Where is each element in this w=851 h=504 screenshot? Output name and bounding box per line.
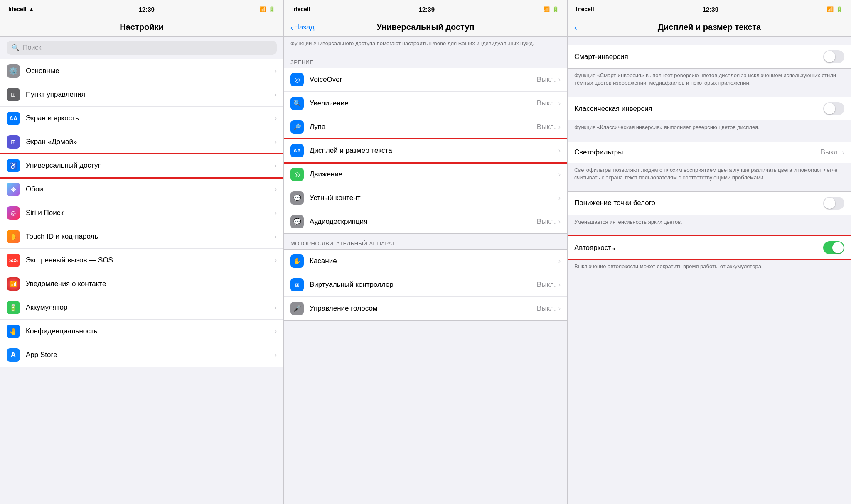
settings-item-audiodesc[interactable]: 💬 Аудиодескрипция Выкл. › xyxy=(284,210,567,233)
toggle-reduce-white[interactable] xyxy=(823,197,844,210)
toggle-classic-invert[interactable] xyxy=(823,102,844,115)
value-voice: Выкл. xyxy=(537,304,556,313)
settings-item-color-filters[interactable]: Светофильтры Выкл. › xyxy=(568,142,851,163)
wifi-icon-1: 📶 xyxy=(259,6,266,12)
settings-group-main: ⚙️ Основные › ⊞ Пункт управления › AA Эк… xyxy=(0,59,283,367)
label-audiodesc: Аудиодескрипция xyxy=(310,218,537,226)
settings-item-accessibility[interactable]: ♿ Универсальный доступ › xyxy=(0,154,283,178)
settings-item-contact[interactable]: 📶 Уведомления о контакте xyxy=(0,272,283,296)
label-smart-invert: Смарт-инверсия xyxy=(574,53,823,61)
label-basic: Основные xyxy=(26,67,275,75)
icon-battery: 🔋 xyxy=(7,301,20,314)
settings-item-switch[interactable]: ⊞ Виртуальный контроллер Выкл. › xyxy=(284,273,567,297)
toggle-knob-smart xyxy=(824,51,835,62)
search-bar[interactable]: 🔍 Поиск xyxy=(7,41,277,55)
icon-contact: 📶 xyxy=(7,277,20,291)
label-voiceover: VoiceOver xyxy=(310,76,537,84)
time-2: 12:39 xyxy=(419,6,435,13)
chevron-siri: › xyxy=(275,209,277,217)
back-button-3[interactable]: ‹ xyxy=(574,23,577,32)
icon-sos: SOS xyxy=(7,254,20,267)
value-lupa: Выкл. xyxy=(537,123,556,131)
settings-item-classic-invert[interactable]: Классическая инверсия xyxy=(568,97,851,120)
settings-item-voice[interactable]: 🎤 Управление голосом Выкл. › xyxy=(284,297,567,320)
settings-item-screen[interactable]: AA Экран и яркость › xyxy=(0,107,283,130)
toggle-knob-auto xyxy=(832,242,844,253)
chevron-touch: › xyxy=(558,257,561,265)
chevron-screen: › xyxy=(275,115,277,122)
chevron-motion: › xyxy=(558,171,561,178)
icon-zoom: 🔍 xyxy=(290,97,304,110)
icon-touch: ✋ xyxy=(290,254,304,268)
motor-group: ✋ Касание › ⊞ Виртуальный контроллер Вык… xyxy=(284,249,567,321)
icon-control: ⊞ xyxy=(7,88,20,101)
label-zoom: Увеличение xyxy=(310,99,537,108)
settings-item-display[interactable]: AA Дисплей и размер текста › xyxy=(284,139,567,163)
chevron-lupa: › xyxy=(558,123,561,131)
settings-item-basic[interactable]: ⚙️ Основные › xyxy=(0,59,283,83)
label-display: Дисплей и размер текста xyxy=(310,147,558,155)
settings-item-touch[interactable]: ✋ Касание › xyxy=(284,250,567,273)
icon-touchid: ✋ xyxy=(7,230,20,243)
page-title-2: Универсальный доступ xyxy=(376,22,474,32)
nav-bar-1: Настройки xyxy=(0,18,283,37)
back-button-2[interactable]: ‹ Назад xyxy=(290,23,314,32)
settings-item-zoom[interactable]: 🔍 Увеличение Выкл. › xyxy=(284,92,567,115)
settings-item-siri[interactable]: ◎ Siri и Поиск › xyxy=(0,201,283,225)
chevron-basic: › xyxy=(275,67,277,75)
page-title-3: Дисплей и размер текста xyxy=(658,22,761,32)
color-filters-group: Светофильтры Выкл. › xyxy=(568,142,851,163)
classic-invert-group: Классическая инверсия xyxy=(568,97,851,120)
chevron-battery: › xyxy=(275,304,277,311)
settings-item-voiceover[interactable]: ◎ VoiceOver Выкл. › xyxy=(284,68,567,92)
wifi-icon-2: 📶 xyxy=(543,6,550,12)
settings-item-appstore[interactable]: A App Store › xyxy=(0,343,283,367)
settings-item-privacy[interactable]: 🤚 Конфиденциальность › xyxy=(0,320,283,343)
panel-display: lifecell 12:39 📶 🔋 ‹ Дисплей и размер те… xyxy=(568,0,851,504)
settings-item-auto-brightness[interactable]: Автояркость xyxy=(568,236,851,259)
label-touch: Касание xyxy=(310,257,558,265)
settings-item-reduce-white[interactable]: Понижение точки белого xyxy=(568,192,851,215)
icon-wallpaper: ❋ xyxy=(7,183,20,196)
settings-item-wallpaper[interactable]: ❋ Обои › xyxy=(0,178,283,201)
settings-item-smart-invert[interactable]: Смарт-инверсия xyxy=(568,45,851,68)
time-3: 12:39 xyxy=(703,6,718,13)
label-home: Экран «Домой» xyxy=(26,138,275,146)
settings-item-spoken[interactable]: 💬 Устный контент › xyxy=(284,186,567,210)
icon-accessibility: ♿ xyxy=(7,159,20,172)
toggle-smart-invert[interactable] xyxy=(823,50,844,63)
label-sos: Экстренный вызов — SOS xyxy=(26,256,275,264)
settings-item-control[interactable]: ⊞ Пункт управления › xyxy=(0,83,283,107)
chevron-switch: › xyxy=(558,281,561,289)
icon-appstore: A xyxy=(7,348,20,362)
status-left-1: lifecell ▲ xyxy=(8,6,34,12)
desc-classic-invert: Функция «Классическая инверсия» выполняе… xyxy=(568,120,851,136)
value-color-filters: Выкл. xyxy=(821,148,840,157)
desc-color-filters: Светофильтры позволяют людям с плохим во… xyxy=(568,163,851,186)
icon-screen: AA xyxy=(7,112,20,125)
back-label-2: Назад xyxy=(294,23,315,32)
label-auto-brightness: Автояркость xyxy=(574,244,823,252)
carrier-2: lifecell xyxy=(292,6,310,12)
toggle-auto-brightness[interactable] xyxy=(823,241,844,254)
chevron-spoken: › xyxy=(558,194,561,202)
settings-item-touchid[interactable]: ✋ Touch ID и код-пароль › xyxy=(0,225,283,249)
settings-item-lupa[interactable]: 🔎 Лупа Выкл. › xyxy=(284,115,567,139)
chevron-audiodesc: › xyxy=(558,218,561,225)
auto-brightness-group: Автояркость xyxy=(568,236,851,259)
chevron-display: › xyxy=(558,147,561,154)
chevron-accessibility: › xyxy=(275,162,277,169)
settings-item-battery[interactable]: 🔋 Аккумулятор › xyxy=(0,296,283,320)
label-control: Пункт управления xyxy=(26,91,275,99)
settings-item-motion[interactable]: ◎ Движение › xyxy=(284,163,567,186)
desc-smart-invert: Функция «Смарт-инверсия» выполняет ревер… xyxy=(568,69,851,92)
panel-settings: lifecell ▲ 12:39 📶 🔋 Настройки 🔍 Поиск ⚙… xyxy=(0,0,284,504)
settings-item-home[interactable]: ⊞ Экран «Домой» › xyxy=(0,130,283,154)
settings-item-sos[interactable]: SOS Экстренный вызов — SOS › xyxy=(0,249,283,272)
wifi-icon-3: 📶 xyxy=(827,6,834,12)
icon-motion: ◎ xyxy=(290,168,304,181)
chevron-sos: › xyxy=(275,257,277,264)
icon-home: ⊞ xyxy=(7,135,20,149)
value-zoom: Выкл. xyxy=(537,99,556,108)
icon-lupa: 🔎 xyxy=(290,120,304,134)
